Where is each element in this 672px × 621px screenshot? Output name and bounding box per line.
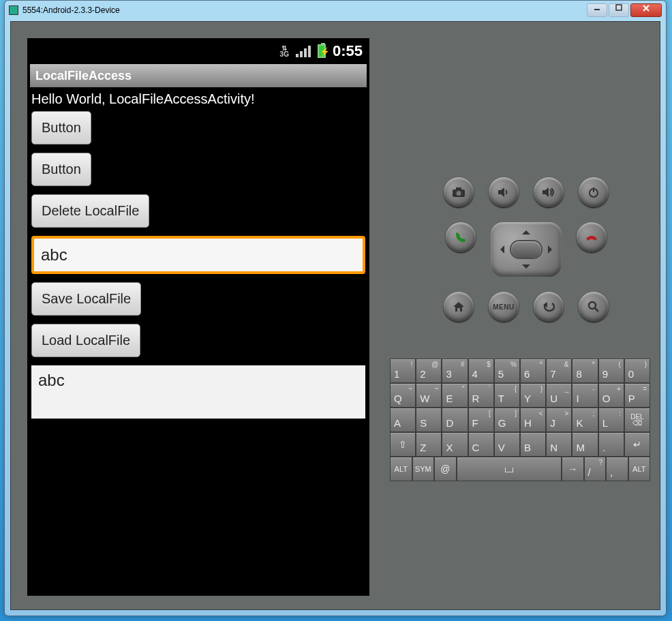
emulator-window: 5554:Android-2.3.3-Device ⇅3G ⚡ 0:55 [4, 0, 667, 616]
svg-marker-8 [543, 187, 549, 197]
key-0[interactable]: 0) [624, 359, 650, 383]
dpad[interactable] [491, 222, 562, 277]
key-shift[interactable]: ⇧ [390, 432, 416, 457]
key-1[interactable]: 1! [390, 359, 416, 383]
button-2[interactable]: Button [31, 153, 91, 186]
android-status-bar: ⇅3G ⚡ 0:55 [27, 38, 369, 64]
app-icon [9, 5, 18, 15]
key-v[interactable]: V [494, 432, 520, 457]
hello-text: Hello World, LocalFileAccessActivity! [27, 87, 369, 111]
key-c[interactable]: C [468, 432, 494, 457]
clock: 0:55 [333, 42, 363, 60]
key-i[interactable]: I- [572, 383, 598, 408]
call-button[interactable] [446, 222, 476, 252]
key-f[interactable]: F[ [468, 408, 494, 432]
button-1[interactable]: Button [31, 111, 91, 145]
key-o[interactable]: O+ [598, 383, 624, 408]
search-button[interactable] [579, 292, 609, 322]
window-maximize-button[interactable] [609, 3, 629, 17]
menu-button[interactable]: MENU [489, 292, 519, 322]
key-s[interactable]: S [416, 408, 442, 432]
network-3g-icon: ⇅3G [280, 45, 289, 57]
key-g[interactable]: G] [494, 408, 520, 432]
volume-up-button[interactable] [534, 177, 564, 207]
back-button[interactable] [534, 292, 564, 322]
svg-rect-5 [456, 187, 461, 190]
device-screen[interactable]: ⇅3G ⚡ 0:55 LocalFileAccess Hello World, … [27, 38, 369, 596]
svg-rect-1 [616, 5, 622, 10]
emulator-control-panel: MENU 1!2@3#4$5%6^7&8*9(0)Q~W~E"R`T{Y}U_I… [390, 22, 660, 609]
svg-line-14 [595, 308, 598, 312]
key-p[interactable]: P= [624, 383, 650, 408]
delete-localfile-button[interactable]: Delete LocalFile [31, 194, 149, 228]
signal-bars-icon [296, 45, 311, 57]
svg-marker-7 [498, 187, 504, 197]
key-r[interactable]: R` [468, 383, 494, 408]
key-7[interactable]: 7& [546, 359, 572, 383]
key-6[interactable]: 6^ [520, 359, 546, 383]
key-arrow[interactable]: → [562, 457, 584, 481]
hardware-keyboard: 1!2@3#4$5%6^7&8*9(0)Q~W~E"R`T{Y}U_I-O+P=… [390, 359, 650, 481]
key-e[interactable]: E" [442, 383, 468, 408]
output-text: abc [31, 365, 365, 419]
key-sym[interactable]: SYM [412, 457, 435, 481]
dpad-center-button[interactable] [511, 241, 541, 258]
power-button[interactable] [579, 177, 609, 207]
window-minimize-button[interactable] [587, 3, 607, 17]
home-button[interactable] [444, 292, 474, 322]
window-title: 5554:Android-2.3.3-Device [22, 5, 587, 15]
battery-charging-icon: ⚡ [318, 44, 326, 58]
svg-point-13 [589, 302, 596, 309]
key-at[interactable]: @ [434, 457, 457, 481]
key-delete[interactable]: DEL⌫ [624, 408, 650, 432]
key-alt-left[interactable]: ALT [390, 457, 412, 481]
dpad-up-icon[interactable] [522, 226, 530, 234]
key-n[interactable]: N [546, 432, 572, 457]
key-alt-right[interactable]: ALT [628, 457, 651, 481]
key-j[interactable]: J> [546, 408, 572, 432]
key-4[interactable]: 4$ [468, 359, 494, 383]
key-5[interactable]: 5% [494, 359, 520, 383]
key-k[interactable]: K; [572, 408, 598, 432]
key-z[interactable]: Z [416, 432, 442, 457]
key-.[interactable]: . [598, 432, 624, 457]
key-3[interactable]: 3# [442, 359, 468, 383]
activity-title-label: LocalFileAccess [35, 69, 132, 83]
key-w[interactable]: W~ [416, 383, 442, 408]
dpad-right-icon[interactable] [548, 245, 556, 254]
volume-down-button[interactable] [489, 177, 519, 207]
key-comma[interactable]: , [606, 457, 628, 481]
svg-point-6 [457, 191, 461, 196]
key-x[interactable]: X [442, 432, 468, 457]
key-q[interactable]: Q~ [390, 383, 416, 408]
activity-title: LocalFileAccess [30, 64, 367, 87]
key-y[interactable]: Y} [520, 383, 546, 408]
save-localfile-button[interactable]: Save LocalFile [31, 282, 141, 316]
key-9[interactable]: 9( [598, 359, 624, 383]
key-8[interactable]: 8* [572, 359, 598, 383]
key-h[interactable]: H< [520, 408, 546, 432]
window-close-button[interactable] [630, 3, 662, 17]
key-m[interactable]: M [572, 432, 598, 457]
key-2[interactable]: 2@ [416, 359, 442, 383]
emulator-client: ⇅3G ⚡ 0:55 LocalFileAccess Hello World, … [10, 21, 660, 610]
key-slash[interactable]: /? [584, 457, 607, 481]
camera-button[interactable] [444, 177, 474, 207]
dpad-down-icon[interactable] [522, 264, 530, 273]
dpad-left-icon[interactable] [496, 245, 504, 254]
key-u[interactable]: U_ [546, 383, 572, 408]
key-b[interactable]: B [520, 432, 546, 457]
key-d[interactable]: D [442, 408, 468, 432]
load-localfile-button[interactable]: Load LocalFile [31, 324, 140, 357]
text-input[interactable] [31, 236, 365, 274]
menu-label: MENU [493, 303, 514, 311]
key-l[interactable]: L: [598, 408, 624, 432]
key-enter[interactable]: ↵ [624, 432, 650, 457]
key-a[interactable]: A [390, 408, 416, 432]
end-call-button[interactable] [577, 222, 607, 252]
window-titlebar[interactable]: 5554:Android-2.3.3-Device [5, 1, 666, 20]
svg-marker-11 [453, 302, 464, 312]
key-t[interactable]: T{ [494, 383, 520, 408]
key-space[interactable]: ⌴ [457, 457, 562, 481]
